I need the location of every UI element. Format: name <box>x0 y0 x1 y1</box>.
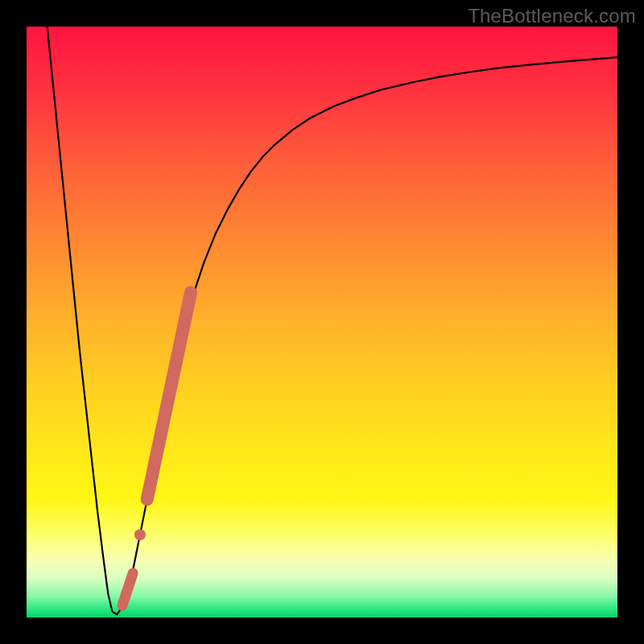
chart-frame: TheBottleneck.com <box>0 0 644 644</box>
plot-area <box>27 27 617 617</box>
highlight-dot-mid <box>134 529 146 540</box>
watermark-text: TheBottleneck.com <box>468 5 636 27</box>
chart-svg <box>27 27 617 617</box>
gradient-background <box>27 27 617 617</box>
